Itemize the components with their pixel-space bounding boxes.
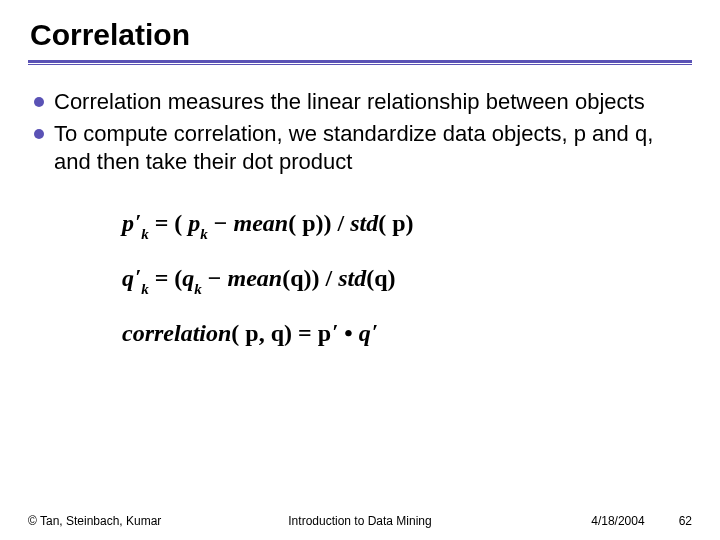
footer-copyright: © Tan, Steinbach, Kumar: [28, 514, 161, 528]
eq-text: −: [202, 265, 228, 291]
eq-text: q: [359, 320, 371, 346]
eq-text: −: [208, 210, 234, 236]
eq-text: (q): [366, 265, 395, 291]
eq-text: std: [350, 210, 378, 236]
title-divider: [28, 60, 692, 66]
eq-text: k: [141, 226, 149, 242]
eq-text: ′: [372, 319, 378, 344]
eq-text: p: [122, 210, 134, 236]
eq-text: k: [200, 226, 208, 242]
eq-text: mean: [228, 265, 283, 291]
equation-q-standardize: q′k = (qk − mean(q)) / std(q): [122, 265, 692, 296]
bullet-text: Correlation measures the linear relation…: [54, 88, 645, 116]
slide-footer: © Tan, Steinbach, Kumar Introduction to …: [0, 514, 720, 528]
eq-text: correlation: [122, 320, 231, 346]
bullet-text: To compute correlation, we standardize d…: [54, 120, 686, 176]
eq-text: ( p): [378, 210, 413, 236]
eq-text: p: [188, 210, 200, 236]
slide: Correlation Correlation measures the lin…: [0, 0, 720, 540]
eq-text: ( p, q) = p: [231, 320, 331, 346]
eq-text: q: [122, 265, 134, 291]
equations-block: p′k = ( pk − mean( p)) / std( p) q′k = (…: [28, 210, 692, 347]
footer-page-number: 62: [679, 514, 692, 528]
eq-text: mean: [234, 210, 289, 236]
equation-p-standardize: p′k = ( pk − mean( p)) / std( p): [122, 210, 692, 241]
eq-text: = (: [149, 210, 189, 236]
eq-text: q: [182, 265, 194, 291]
eq-text: ( p)) /: [288, 210, 350, 236]
footer-course-title: Introduction to Data Mining: [288, 514, 431, 528]
bullet-dot-icon: [34, 129, 44, 139]
footer-date: 4/18/2004: [591, 514, 644, 528]
bullet-item: To compute correlation, we standardize d…: [34, 120, 686, 176]
equation-correlation: correlation( p, q) = p′ • q′: [122, 320, 692, 347]
eq-text: ′: [332, 319, 338, 344]
eq-text: std: [338, 265, 366, 291]
eq-text: k: [141, 281, 149, 297]
eq-text: = (: [149, 265, 183, 291]
bullet-list: Correlation measures the linear relation…: [28, 88, 692, 176]
eq-text: k: [194, 281, 202, 297]
eq-text: (q)) /: [282, 265, 338, 291]
slide-title: Correlation: [28, 18, 692, 52]
bullet-item: Correlation measures the linear relation…: [34, 88, 686, 116]
bullet-dot-icon: [34, 97, 44, 107]
eq-text: •: [338, 320, 358, 346]
